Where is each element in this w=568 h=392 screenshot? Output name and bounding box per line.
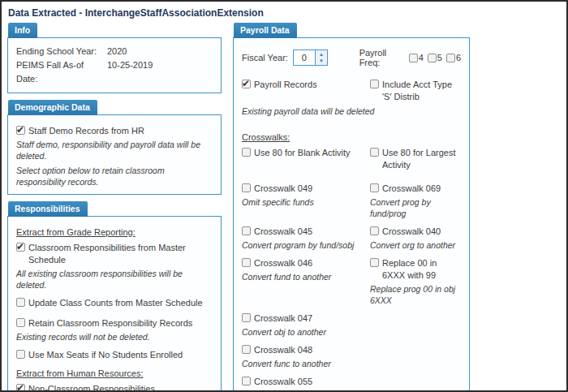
classroom-resp-master-schedule-row: Classroom Responsibilities from Master S… xyxy=(16,242,213,266)
spinner-up-icon[interactable]: ▲ xyxy=(316,51,327,58)
responsibilities-section-tab: Responsibilities xyxy=(8,201,88,217)
fiscal-freq-row: Fiscal Year: ▲ ▼ Payroll Freq: xyxy=(242,48,461,67)
payroll-records-checkbox[interactable] xyxy=(242,80,251,88)
spinner-down-icon[interactable]: ▼ xyxy=(316,58,327,64)
ending-school-year-row: Ending School Year: 2020 xyxy=(16,45,213,58)
crosswalk-069-checkbox[interactable] xyxy=(370,183,379,192)
ending-school-year-label: Ending School Year: xyxy=(16,45,107,58)
crosswalk-item: Crosswalk 055 Convert prog by fund/func/… xyxy=(242,376,365,392)
payroll-freq-6-label: 6 xyxy=(456,53,461,62)
crosswalk-item: Crosswalk 040 Convert org to another xyxy=(370,226,461,252)
staff-demo-records-label: Staff Demo Records from HR xyxy=(28,125,144,137)
crosswalk-040-checkbox[interactable] xyxy=(370,226,379,235)
peims-fall-asof-date-value: 10-25-2019 xyxy=(107,58,153,86)
crosswalk-048-checkbox[interactable] xyxy=(242,345,251,354)
update-class-counts-row: Update Class Counts from Master Schedule xyxy=(16,297,213,309)
crosswalk-item: Crosswalk 046 Convert fund to another xyxy=(242,257,365,308)
crosswalk-047-note: Convert obj to another xyxy=(242,326,365,338)
payroll-freq-6-checkbox[interactable] xyxy=(446,54,455,62)
crosswalk-item: Crosswalk 048 Convert func to another xyxy=(242,344,365,371)
replace-00-6xxx-checkbox[interactable] xyxy=(370,258,379,267)
staff-demo-records-checkbox[interactable] xyxy=(16,126,25,135)
fiscal-year-label: Fiscal Year: xyxy=(242,53,288,62)
ending-school-year-value: 2020 xyxy=(107,45,127,58)
payroll-records-note: Existing payroll data will be deleted xyxy=(242,106,461,117)
crosswalk-item: Use 80 for Largest Activity xyxy=(370,147,461,173)
left-column: Info Ending School Year: 2020 PEIMS Fall… xyxy=(7,22,222,392)
crosswalk-item: Crosswalk 045 Convert program by fund/so… xyxy=(242,226,365,252)
crosswalk-045-note: Convert program by fund/sobj xyxy=(242,239,365,251)
include-acct-type-s-label: Include Acct Type 'S' Distrib xyxy=(382,79,461,103)
replace-00-6xxx-label: Replace 00 in 6XXX with 99 xyxy=(382,257,461,282)
demographic-note-2: Select option below to retain classroom … xyxy=(16,165,213,187)
crosswalk-045-label: Crosswalk 045 xyxy=(254,226,312,238)
crosswalk-055-checkbox[interactable] xyxy=(242,377,251,386)
payroll-freq-5-label: 5 xyxy=(437,53,442,62)
extract-human-resources-heading: Extract from Human Resources: xyxy=(16,368,213,380)
use-80-blank-activity-checkbox[interactable] xyxy=(242,148,251,157)
peims-fall-asof-date-row: PEIMS Fall As-of Date: 10-25-2019 xyxy=(16,58,213,86)
crosswalk-045-checkbox[interactable] xyxy=(242,226,251,235)
info-section-tab: Info xyxy=(8,23,37,38)
payroll-freq-label: Payroll Freq: xyxy=(359,48,405,67)
demographic-note-1: Staff demo, responsibility and payroll d… xyxy=(16,139,213,162)
crosswalks-heading: Crosswalks: xyxy=(242,131,461,144)
crosswalk-047-label: Crosswalk 047 xyxy=(254,312,312,325)
staff-demo-records-row: Staff Demo Records from HR xyxy=(16,125,213,137)
retain-classroom-resp-checkbox[interactable] xyxy=(16,318,25,327)
responsibilities-section: Responsibilities Extract from Grade Repo… xyxy=(7,200,222,392)
payroll-freq-5-checkbox[interactable] xyxy=(428,54,437,62)
crosswalk-049-note: Omit specific funds xyxy=(242,196,365,208)
fiscal-year-input[interactable] xyxy=(294,50,315,65)
crosswalk-049-label: Crosswalk 049 xyxy=(254,183,312,195)
crosswalk-item: Use 80 for Blank Activity xyxy=(242,147,365,173)
crosswalk-040-note: Convert org to another xyxy=(370,239,461,251)
page-title: Data Extracted - InterchangeStaffAssocia… xyxy=(7,6,561,22)
crosswalk-046-label: Crosswalk 046 xyxy=(254,257,312,269)
use-max-seats-row: Use Max Seats if No Students Enrolled xyxy=(16,349,213,361)
use-80-blank-activity-label: Use 80 for Blank Activity xyxy=(254,147,351,159)
crosswalk-040-label: Crosswalk 040 xyxy=(382,226,441,238)
crosswalk-item: Crosswalk 069 Convert prog by fund/prog xyxy=(370,183,461,221)
classroom-resp-master-schedule-label: Classroom Responsibilities from Master S… xyxy=(28,242,213,266)
extract-utility-window: Data Extracted - InterchangeStaffAssocia… xyxy=(2,2,566,392)
replace-00-6xxx-note: Replace prog 00 in obj 6XXX xyxy=(370,283,461,306)
crosswalk-069-label: Crosswalk 069 xyxy=(382,183,441,195)
info-section: Info Ending School Year: 2020 PEIMS Fall… xyxy=(7,22,222,93)
crosswalk-049-checkbox[interactable] xyxy=(242,183,251,192)
use-max-seats-label: Use Max Seats if No Students Enrolled xyxy=(28,349,183,361)
payroll-data-section-tab: Payroll Data xyxy=(234,23,297,38)
right-column: Payroll Data Fiscal Year: ▲ ▼ xyxy=(233,22,470,392)
retain-classroom-resp-note: Existing records will not be deleted. xyxy=(16,331,213,342)
crosswalk-046-note: Convert fund to another xyxy=(242,271,365,282)
update-class-counts-checkbox[interactable] xyxy=(16,298,25,307)
demographic-data-section-tab: Demographic Data xyxy=(8,100,97,115)
crosswalk-item: Crosswalk 047 Convert obj to another xyxy=(242,312,365,339)
include-acct-type-s-checkbox[interactable] xyxy=(370,80,379,88)
crosswalk-048-label: Crosswalk 048 xyxy=(254,344,312,356)
retain-classroom-resp-row: Retain Classroom Responsibility Records xyxy=(16,317,213,330)
demographic-data-section: Demographic Data Staff Demo Records from… xyxy=(7,99,222,195)
crosswalk-069-note: Convert prog by fund/prog xyxy=(370,196,461,219)
non-classroom-resp-checkbox[interactable] xyxy=(16,384,25,392)
non-classroom-resp-label: Non-Classroom Responsibilities xyxy=(28,383,155,392)
crosswalk-047-checkbox[interactable] xyxy=(242,313,251,322)
payroll-records-label: Payroll Records xyxy=(254,79,317,91)
payroll-freq-4-checkbox[interactable] xyxy=(409,54,418,62)
retain-classroom-resp-label: Retain Classroom Responsibility Records xyxy=(28,317,192,330)
non-classroom-resp-row: Non-Classroom Responsibilities xyxy=(16,383,213,392)
payroll-freq-4-label: 4 xyxy=(419,53,424,62)
crosswalk-055-label: Crosswalk 055 xyxy=(254,376,312,388)
fiscal-year-group: Fiscal Year: ▲ ▼ xyxy=(242,50,359,66)
use-80-largest-activity-checkbox[interactable] xyxy=(370,148,379,157)
classroom-resp-master-schedule-checkbox[interactable] xyxy=(16,243,25,252)
extract-grade-reporting-heading: Extract from Grade Reporting: xyxy=(16,226,213,239)
classroom-resp-note: All existing classroom responsibilities … xyxy=(16,268,213,291)
payroll-freq-group: Payroll Freq: 4 5 6 xyxy=(359,48,461,67)
fiscal-year-spinner: ▲ ▼ xyxy=(293,50,328,66)
use-max-seats-checkbox[interactable] xyxy=(16,350,25,359)
crosswalk-048-note: Convert func to another xyxy=(242,358,365,369)
crosswalk-046-checkbox[interactable] xyxy=(242,258,251,267)
payroll-data-section: Payroll Data Fiscal Year: ▲ ▼ xyxy=(233,22,470,392)
update-class-counts-label: Update Class Counts from Master Schedule xyxy=(28,297,203,309)
